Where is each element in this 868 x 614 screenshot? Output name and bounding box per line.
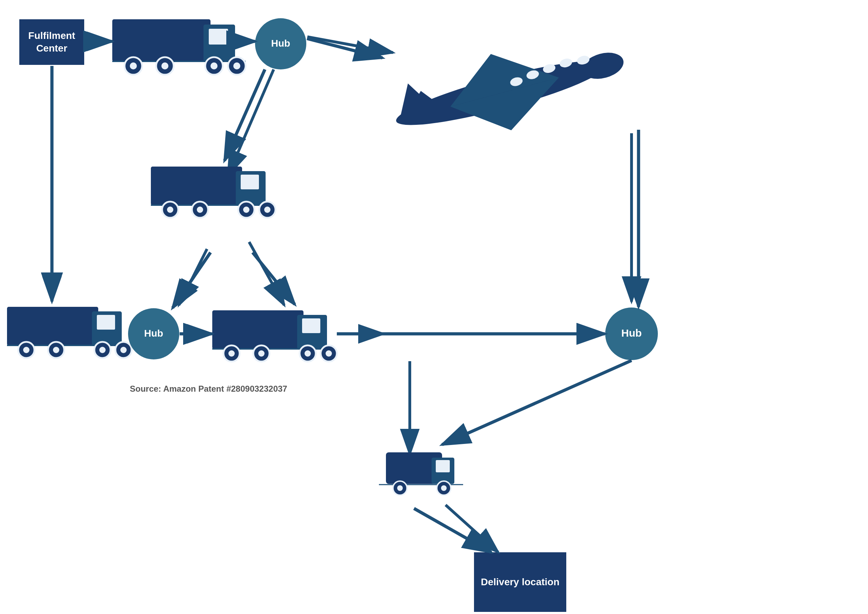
svg-point-69: [441, 485, 447, 491]
hub-right-label: Hub: [621, 327, 642, 339]
svg-text:Hub: Hub: [144, 328, 163, 339]
svg-rect-38: [7, 307, 98, 346]
svg-line-9: [249, 242, 284, 305]
svg-rect-52: [302, 318, 320, 333]
svg-point-49: [120, 347, 127, 353]
truck-lower-left: [7, 307, 132, 358]
svg-line-92: [253, 253, 295, 304]
svg-point-57: [258, 350, 264, 357]
svg-point-45: [53, 347, 59, 353]
svg-point-43: [23, 347, 30, 353]
svg-line-5: [228, 70, 274, 175]
diagram-container: Fulfilment Center Hub Hub Hub Delivery l…: [0, 0, 868, 614]
svg-rect-14: [112, 19, 211, 61]
svg-rect-50: [212, 310, 303, 349]
svg-point-31: [167, 206, 173, 213]
svg-point-67: [397, 485, 403, 491]
svg-point-59: [304, 350, 311, 357]
truck-middle: [151, 167, 275, 218]
svg-line-95: [442, 360, 632, 445]
svg-rect-16: [209, 29, 228, 45]
svg-point-47: [99, 347, 106, 353]
truck-top: [112, 19, 245, 75]
svg-rect-28: [241, 175, 259, 189]
svg-line-88: [225, 70, 265, 161]
svg-point-35: [243, 206, 250, 213]
svg-point-37: [264, 206, 270, 213]
svg-rect-40: [97, 315, 115, 330]
diagram-svg: Hub Hub Hub: [0, 0, 868, 614]
svg-line-91: [172, 253, 211, 308]
svg-line-96: [414, 509, 491, 552]
svg-point-25: [233, 62, 240, 70]
truck-middle-row: [212, 310, 337, 361]
svg-point-19: [130, 62, 137, 70]
svg-rect-64: [436, 460, 450, 472]
svg-point-21: [161, 62, 168, 70]
airplane: [386, 22, 633, 158]
svg-point-23: [211, 62, 217, 70]
svg-line-12: [446, 505, 498, 552]
svg-point-61: [326, 350, 332, 357]
svg-point-33: [197, 206, 203, 213]
svg-rect-26: [151, 167, 242, 205]
svg-point-55: [228, 350, 235, 357]
svg-text:Hub: Hub: [271, 38, 290, 49]
delivery-van: [379, 452, 463, 495]
